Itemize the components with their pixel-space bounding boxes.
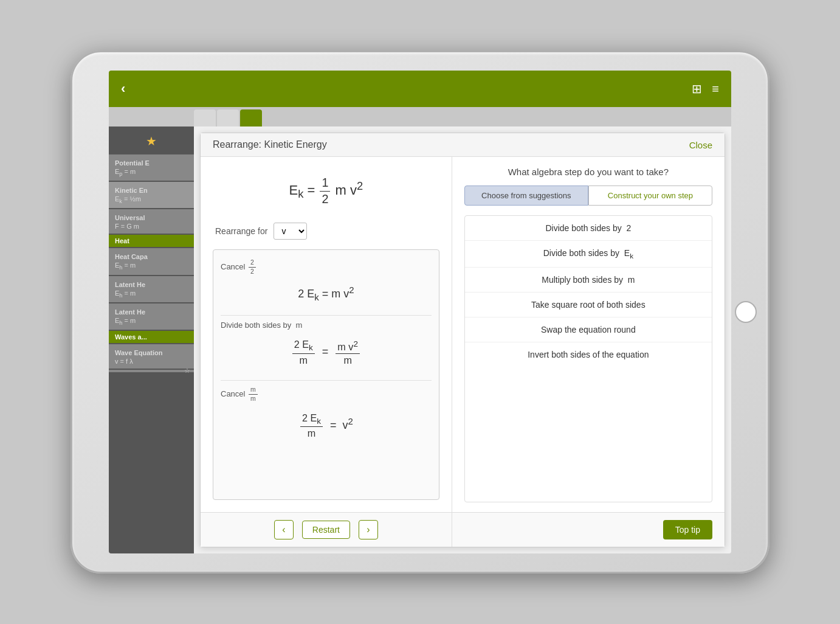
suggestion-divide-2[interactable]: Divide both sides by 2 xyxy=(465,216,712,241)
step-2-formula: 2 Ekm = m v2m xyxy=(221,335,432,370)
tab-construct-button[interactable]: Construct your own step xyxy=(588,185,712,206)
rearrange-row: Rearrange for v m Ek xyxy=(213,223,439,240)
star-outline-icon[interactable]: ☆ xyxy=(184,367,190,375)
sidebar-star[interactable]: ★ xyxy=(109,129,194,153)
step-1-label: Cancel 22 xyxy=(221,258,432,276)
back-button[interactable]: ‹ xyxy=(121,81,125,97)
suggestion-sqrt[interactable]: Take square root of both sides xyxy=(465,293,712,317)
toolbar-icons: ⊞ ≡ xyxy=(692,81,719,96)
sidebar-section-title: Universal xyxy=(115,214,188,221)
step-1: Cancel 22 2 Ek = m v2 xyxy=(221,258,432,305)
sidebar-section-title: Heat Capa xyxy=(115,253,188,260)
modal-title: Rearrange: Kinetic Energy xyxy=(213,139,327,150)
footer-right: Top tip xyxy=(452,513,725,547)
sidebar-item-wave[interactable]: Wave Equation v = f λ xyxy=(109,344,194,369)
step-3-label: Cancel mm xyxy=(221,386,432,403)
prev-button[interactable]: ‹ xyxy=(274,520,294,539)
menu-icon[interactable]: ≡ xyxy=(712,82,719,96)
sidebar-category-waves: Waves a... xyxy=(109,331,194,343)
sidebar-category-heat: Heat xyxy=(109,235,194,247)
sidebar-section-title: Latent He xyxy=(115,308,188,316)
step-1-formula: 2 Ek = m v2 xyxy=(221,281,432,306)
suggestion-invert[interactable]: Invert both sides of the equation xyxy=(465,342,712,367)
sidebar-formula: F = G m xyxy=(115,223,188,230)
sidebar-item-latent2[interactable]: Latent He Eh = m xyxy=(109,303,194,330)
sidebar-item-latent1[interactable]: Latent He Eh = m xyxy=(109,276,194,302)
main-formula: Ek = 12 m v2 xyxy=(213,169,439,213)
sidebar: ★ Potential E Ep = m Kinetic En Ek = ½m … xyxy=(109,127,194,553)
suggestion-multiply-m[interactable]: Multiply both sides by m xyxy=(465,268,712,293)
sidebar-formula: v = f λ xyxy=(115,358,188,365)
left-panel: Ek = 12 m v2 Rearrange for v m Ek xyxy=(201,157,452,512)
tab-row xyxy=(109,107,731,127)
suggestion-swap[interactable]: Swap the equation round xyxy=(465,317,712,342)
sidebar-formula: Eh = m xyxy=(115,317,188,326)
content-area: Rearrange: Kinetic Energy Close Ek = 12 … xyxy=(194,127,731,553)
tab-3[interactable] xyxy=(240,109,262,127)
toptip-button[interactable]: Top tip xyxy=(663,520,712,539)
step-2: Divide both sides by m 2 Ekm = m v2m xyxy=(221,321,432,370)
sidebar-section-title: Kinetic En xyxy=(115,187,188,194)
right-panel: What algebra step do you want to take? C… xyxy=(452,157,725,512)
sidebar-formula: Ep = m xyxy=(115,168,188,177)
sidebar-formula: Ek = ½m xyxy=(115,195,188,204)
modal-dialog: Rearrange: Kinetic Energy Close Ek = 12 … xyxy=(200,133,725,547)
rearrange-label: Rearrange for xyxy=(215,226,267,236)
right-question: What algebra step do you want to take? xyxy=(464,167,712,177)
sidebar-item-heatcap[interactable]: Heat Capa Eh = m xyxy=(109,248,194,274)
step-3: Cancel mm 2 Ekm = v2 xyxy=(221,386,432,443)
tab-buttons: Choose from suggestions Construct your o… xyxy=(464,185,712,206)
footer-left: ‹ Restart › xyxy=(201,513,452,547)
sidebar-section-title: Latent He xyxy=(115,281,188,288)
main-content: ★ Potential E Ep = m Kinetic En Ek = ½m … xyxy=(109,127,731,553)
fraction-half: 12 xyxy=(320,175,330,207)
modal-close-button[interactable]: Close xyxy=(689,140,712,150)
steps-box: Cancel 22 2 Ek = m v2 xyxy=(213,249,439,500)
next-button[interactable]: › xyxy=(359,520,378,539)
modal-footer: ‹ Restart › Top tip xyxy=(201,512,725,547)
tab-suggestions-button[interactable]: Choose from suggestions xyxy=(464,185,588,206)
sidebar-formula: Eh = m xyxy=(115,289,188,299)
star-icon: ★ xyxy=(146,134,157,148)
step-divider-1 xyxy=(221,315,432,316)
suggestions-list: Divide both sides by 2 Divide both sides… xyxy=(464,215,712,502)
rearrange-select[interactable]: v m Ek xyxy=(274,223,307,240)
sidebar-formula: Eh = m xyxy=(115,262,188,271)
suggestion-divide-ek[interactable]: Divide both sides by Ek xyxy=(465,241,712,268)
step-2-label: Divide both sides by m xyxy=(221,321,432,330)
sidebar-item-potential[interactable]: Potential E Ep = m xyxy=(109,154,194,181)
step-3-formula: 2 Ekm = v2 xyxy=(221,408,432,444)
home-button[interactable] xyxy=(735,301,757,323)
sidebar-section-title: Potential E xyxy=(115,159,188,167)
top-toolbar: ‹ ⊞ ≡ xyxy=(109,71,731,107)
tab-1[interactable] xyxy=(194,109,216,127)
modal-header: Rearrange: Kinetic Energy Close xyxy=(201,133,725,157)
sidebar-item-universal[interactable]: Universal F = G m xyxy=(109,209,194,234)
sidebar-item-kinetic[interactable]: Kinetic En Ek = ½m xyxy=(109,182,194,208)
modal-body: Ek = 12 m v2 Rearrange for v m Ek xyxy=(201,157,725,512)
sidebar-section-title: Wave Equation xyxy=(115,349,188,356)
grid-icon[interactable]: ⊞ xyxy=(692,81,702,96)
step-divider-2 xyxy=(221,380,432,381)
tab-2[interactable] xyxy=(217,109,239,127)
restart-button[interactable]: Restart xyxy=(302,521,350,539)
